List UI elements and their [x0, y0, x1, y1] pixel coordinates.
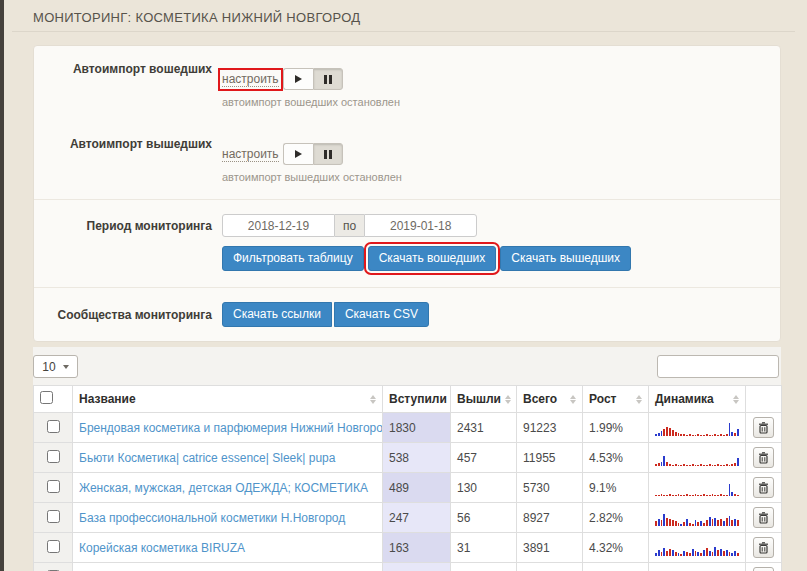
row-checkbox[interactable] [47, 540, 60, 553]
left-count[interactable]: 130 [451, 473, 517, 503]
autoimport-left-playpause-group [283, 143, 343, 165]
total-count: 1161 [517, 563, 583, 571]
total-count: 8927 [517, 503, 583, 533]
dynamics-sparkline [655, 480, 739, 496]
delete-row-button[interactable] [753, 447, 774, 468]
play-button[interactable] [283, 68, 313, 90]
chevron-down-icon [63, 365, 69, 369]
period-from-input[interactable] [222, 214, 335, 237]
growth-percent: 1.99% [583, 413, 649, 443]
joined-count: 538 [383, 443, 451, 473]
groups-table: Название Вступили Вышли Всего [33, 385, 782, 571]
joined-count: 489 [383, 473, 451, 503]
group-name-link[interactable]: Брендовая косметика и парфюмерия Нижний … [79, 421, 383, 435]
left-count[interactable]: 80 [451, 563, 517, 571]
period-to-input[interactable] [364, 214, 477, 237]
growth-percent: 12.42% [583, 563, 649, 571]
pause-icon [324, 150, 332, 159]
autoimport-left-configure-link[interactable]: настроить [222, 147, 279, 162]
autoimport-joined-row: Автоимпорт вошедших настроить автоимпорт… [34, 60, 780, 108]
column-header-dynamics[interactable]: Динамика [649, 386, 746, 413]
communities-label: Сообщества мониторинга [34, 302, 222, 322]
download-links-button[interactable]: Скачать ссылки [222, 302, 332, 327]
column-header-total[interactable]: Всего [517, 386, 583, 413]
column-header-growth[interactable]: Рост [583, 386, 649, 413]
play-icon [295, 150, 302, 158]
group-name-link[interactable]: Корейская косметика BIRUZA [79, 541, 245, 555]
joined-count: 1830 [383, 413, 451, 443]
row-checkbox[interactable] [47, 480, 60, 493]
period-label: Период мониторинга [34, 214, 222, 233]
left-count[interactable]: 457 [451, 443, 517, 473]
download-joined-button[interactable]: Скачать вошедших [368, 246, 497, 271]
autoimport-joined-label: Автоимпорт вошедших [34, 60, 222, 76]
delete-row-button[interactable] [753, 417, 774, 438]
left-count[interactable]: 56 [451, 503, 517, 533]
table-row: Брендовая косметика и парфюмерия Нижний … [34, 413, 782, 443]
select-all-checkbox[interactable] [40, 391, 53, 404]
pause-button[interactable] [313, 68, 343, 90]
total-count: 91223 [517, 413, 583, 443]
autoimport-left-status: автоимпорт вышедших остановлен [222, 171, 780, 183]
total-count: 5730 [517, 473, 583, 503]
row-checkbox[interactable] [47, 420, 60, 433]
pause-button[interactable] [313, 143, 343, 165]
trash-icon [758, 452, 769, 464]
table-row: Женская, мужская, детская ОДЕЖДА; КОСМЕТ… [34, 473, 782, 503]
pause-icon [324, 75, 332, 84]
download-left-button[interactable]: Скачать вышедших [500, 246, 631, 271]
autoimport-left-row: Автоимпорт вышедших настроить автоимпорт… [34, 135, 780, 183]
play-button[interactable] [283, 143, 313, 165]
row-checkbox[interactable] [47, 510, 60, 523]
growth-percent: 2.82% [583, 503, 649, 533]
dynamics-sparkline [655, 540, 739, 556]
table-row: Бьюти Косметика| catrice essence| Sleek|… [34, 443, 782, 473]
table-toolbar: 10 [33, 355, 781, 385]
title-divider [12, 31, 795, 32]
group-name-link[interactable]: Женская, мужская, детская ОДЕЖДА; КОСМЕТ… [79, 481, 368, 495]
joined-count: 247 [383, 503, 451, 533]
download-csv-button[interactable]: Скачать CSV [334, 302, 429, 327]
group-name-link[interactable]: Бьюти Косметика| catrice essence| Sleek|… [79, 451, 335, 465]
autoimport-joined-configure-link[interactable]: настроить [222, 72, 279, 87]
communities-actions: Скачать ссылки Скачать CSV [222, 302, 429, 327]
row-checkbox[interactable] [47, 450, 60, 463]
growth-percent: 4.32% [583, 533, 649, 563]
sort-icon [636, 395, 642, 404]
sort-icon [733, 395, 739, 404]
trash-icon [758, 512, 769, 524]
table-row: Корейская косметика BIRUZA1633138914.32% [34, 533, 782, 563]
sort-icon [570, 395, 576, 404]
table-header-row: Название Вступили Вышли Всего [34, 386, 782, 413]
column-header-left[interactable]: Вышли [451, 386, 517, 413]
delete-row-button[interactable] [753, 567, 774, 571]
group-name-link[interactable]: База профессиональной косметики Н.Новгор… [79, 511, 345, 525]
section-divider [34, 199, 780, 200]
settings-panel: Автоимпорт вошедших настроить автоимпорт… [33, 45, 781, 342]
table-search-input[interactable] [657, 355, 779, 378]
window-edge [0, 0, 4, 571]
section-divider [34, 287, 780, 288]
filter-table-button[interactable]: Фильтровать таблицу [222, 246, 364, 271]
left-count[interactable]: 2431 [451, 413, 517, 443]
page-size-select[interactable]: 10 [33, 355, 78, 378]
delete-row-button[interactable] [753, 477, 774, 498]
autoimport-joined-status: автоимпорт вошедших остановлен [222, 96, 780, 108]
delete-row-button[interactable] [753, 537, 774, 558]
column-header-joined[interactable]: Вступили [383, 386, 451, 413]
total-count: 3891 [517, 533, 583, 563]
period-row: Период мониторинга по Фильтровать таблиц… [34, 214, 780, 271]
sort-icon [370, 395, 376, 404]
monitoring-page: МОНИТОРИНГ: КОСМЕТИКА НИЖНИЙ НОВГОРОД Ав… [0, 0, 807, 571]
sort-icon [505, 395, 511, 404]
joined-count: 137 [383, 563, 451, 571]
left-count[interactable]: 31 [451, 533, 517, 563]
page-title: МОНИТОРИНГ: КОСМЕТИКА НИЖНИЙ НОВГОРОД [33, 10, 360, 25]
dynamics-sparkline [655, 420, 739, 436]
page-size-value: 10 [42, 360, 55, 374]
autoimport-left-label: Автоимпорт вышедших [34, 135, 222, 151]
autoimport-joined-playpause-group [283, 68, 343, 90]
column-header-name[interactable]: Название [73, 386, 383, 413]
joined-count: 163 [383, 533, 451, 563]
delete-row-button[interactable] [753, 507, 774, 528]
